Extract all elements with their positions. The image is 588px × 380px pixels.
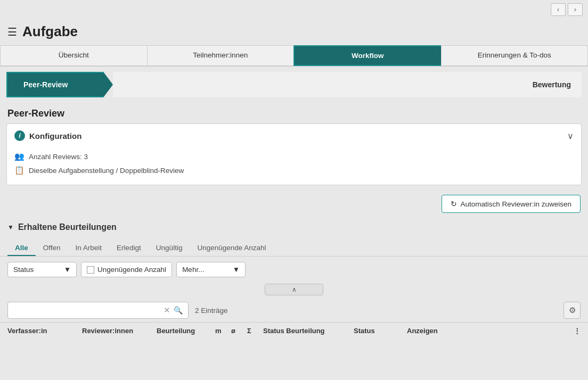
status-dropdown-icon: ▼ bbox=[64, 266, 71, 274]
config-card: i Konfiguration ∨ 👥 Anzahl Reviews: 3 📋 … bbox=[6, 123, 582, 185]
assign-reviewer-button[interactable]: ↻ Automatisch Reviewer:in zuweisen bbox=[442, 195, 581, 213]
more-dropdown-icon: ▼ bbox=[233, 266, 240, 274]
config-card-title: i Konfiguration bbox=[14, 130, 81, 141]
th-dots: ⋮ bbox=[565, 327, 581, 335]
collapse-button[interactable]: ∧ bbox=[265, 284, 323, 295]
tabs-bar: Übersicht Teilnehmer:innen Workflow Erin… bbox=[0, 45, 588, 67]
more-filter[interactable]: Mehr... ▼ bbox=[176, 262, 246, 277]
table-header: Verfasser:in Reviewer:innen Beurteilung … bbox=[0, 322, 588, 339]
th-verfasser: Verfasser:in bbox=[7, 327, 82, 335]
collapse-arrow-icon: ▼ bbox=[7, 224, 14, 231]
entries-count: 2 Einträge bbox=[193, 307, 559, 315]
filter-tab-inarbeit[interactable]: In Arbeit bbox=[68, 241, 110, 256]
search-box: ✕ 🔍 bbox=[7, 302, 189, 319]
ungenügend-checkbox[interactable] bbox=[87, 266, 94, 274]
tab-workflow[interactable]: Workflow bbox=[293, 45, 441, 66]
clear-search-icon[interactable]: ✕ bbox=[164, 305, 170, 315]
filter-tab-erledigt[interactable]: Erledigt bbox=[109, 241, 149, 256]
info-icon: i bbox=[14, 130, 25, 141]
workflow-step-bewertung[interactable]: Bewertung bbox=[113, 72, 582, 97]
search-row: ✕ 🔍 2 Einträge ⚙ bbox=[0, 299, 588, 322]
task-icon: 📋 bbox=[14, 166, 24, 175]
config-card-header[interactable]: i Konfiguration ∨ bbox=[7, 124, 581, 147]
config-item-reviews: 👥 Anzahl Reviews: 3 bbox=[14, 150, 574, 163]
table-settings-button[interactable]: ⚙ bbox=[564, 302, 581, 319]
assign-icon: ↻ bbox=[451, 200, 457, 208]
tab-erinnerungen[interactable]: Erinnerungen & To-dos bbox=[441, 45, 589, 66]
filter-tabs: Alle Offen In Arbeit Erledigt Ungültig U… bbox=[0, 236, 588, 257]
hamburger-icon: ☰ bbox=[7, 26, 17, 38]
status-filter[interactable]: Status ▼ bbox=[7, 262, 77, 277]
th-beurteilung: Beurteilung bbox=[157, 327, 215, 335]
th-anzeigen: Anzeigen bbox=[407, 327, 565, 335]
next-button[interactable]: › bbox=[568, 3, 583, 16]
th-reviewer: Reviewer:innen bbox=[82, 327, 157, 335]
config-card-body: 👥 Anzahl Reviews: 3 📋 Dieselbe Aufgabens… bbox=[7, 147, 581, 185]
ungenügend-filter[interactable]: Ungenügende Anzahl bbox=[81, 262, 172, 277]
filter-row: Status ▼ Ungenügende Anzahl Mehr... ▼ bbox=[0, 257, 588, 283]
filter-tab-ungueltig[interactable]: Ungültig bbox=[149, 241, 190, 256]
page-header: ☰ Aufgabe bbox=[0, 19, 588, 45]
peer-review-section-title: Peer-Review bbox=[0, 103, 588, 123]
chevron-down-icon: ∨ bbox=[567, 131, 574, 141]
th-status-beurteilung: Status Beurteilung bbox=[263, 327, 354, 335]
th-sum: Σ bbox=[247, 327, 263, 335]
page-title: Aufgabe bbox=[22, 23, 78, 40]
workflow-step-peer-review[interactable]: Peer-Review bbox=[6, 72, 113, 97]
filter-tab-alle[interactable]: Alle bbox=[7, 241, 36, 256]
reviews-icon: 👥 bbox=[14, 152, 24, 161]
th-avg: ø bbox=[231, 327, 247, 335]
filter-tab-offen[interactable]: Offen bbox=[36, 241, 68, 256]
action-row: ↻ Automatisch Reviewer:in zuweisen bbox=[0, 191, 588, 218]
tab-teilnehmer[interactable]: Teilnehmer:innen bbox=[147, 45, 294, 66]
th-status: Status bbox=[354, 327, 407, 335]
th-m: m bbox=[215, 327, 231, 335]
received-section-header[interactable]: ▼ Erhaltene Beurteilungen bbox=[0, 218, 588, 236]
workflow-steps: Peer-Review Bewertung bbox=[0, 67, 588, 103]
settings-icon: ⚙ bbox=[569, 305, 576, 315]
search-input[interactable] bbox=[13, 307, 160, 315]
collapse-up-icon: ∧ bbox=[292, 286, 297, 293]
prev-button[interactable]: ‹ bbox=[551, 3, 566, 16]
search-icon[interactable]: 🔍 bbox=[174, 306, 183, 315]
collapse-row: ∧ bbox=[0, 283, 588, 299]
config-item-aufgabe: 📋 Dieselbe Aufgabenstellung / Doppelblin… bbox=[14, 163, 574, 177]
filter-tab-ungenügend[interactable]: Ungenügende Anzahl bbox=[190, 241, 273, 256]
tab-uebersicht[interactable]: Übersicht bbox=[0, 45, 147, 66]
top-nav: ‹ › bbox=[0, 0, 588, 19]
